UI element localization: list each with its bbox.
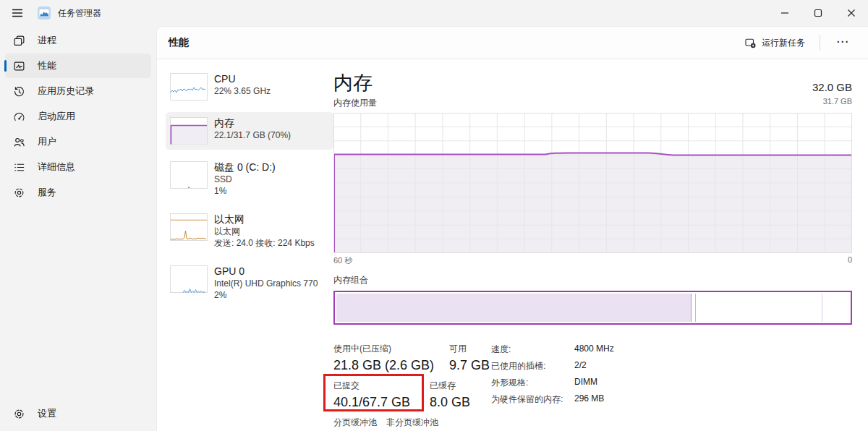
device-stat: 发送: 24.0 接收: 224 Kbps xyxy=(214,238,315,249)
performance-icon xyxy=(13,60,25,72)
detail-value: 4800 MHz xyxy=(574,343,614,356)
sidebar-item-label: 设置 xyxy=(38,407,56,420)
detail-value: DIMM xyxy=(574,377,597,389)
stat-label: 分页缓冲池 xyxy=(333,417,386,429)
memory-usage-chart-label: 内存使用量 xyxy=(333,97,377,109)
selected-accent-bar xyxy=(4,60,7,72)
sidebar-item-label: 性能 xyxy=(38,59,56,72)
memory-stats: 使用中(已压缩) 21.8 GB (2.6 GB) 可用 9.7 GB 已提交 … xyxy=(333,343,852,431)
gpu-sparkline-thumbnail xyxy=(170,265,208,293)
device-item-cpu[interactable]: CPU 22% 3.65 GHz xyxy=(166,68,333,106)
titlebar: 任务管理器 xyxy=(0,0,868,26)
stat-value: 21.8 GB (2.6 GB) xyxy=(333,358,449,373)
task-manager-app-icon xyxy=(38,7,51,20)
device-name: 以太网 xyxy=(214,213,315,226)
memory-sparkline-thumbnail xyxy=(170,117,208,145)
services-cog-icon xyxy=(13,187,25,199)
memory-title: 内存 xyxy=(333,72,373,95)
device-name: CPU xyxy=(214,73,271,85)
memory-total-capacity: 32.0 GB xyxy=(812,81,852,95)
stat-label: 非分页缓冲池 xyxy=(386,417,438,429)
memory-composition-bar xyxy=(333,291,852,325)
ethernet-sparkline-thumbnail xyxy=(170,213,208,241)
window-controls xyxy=(768,0,868,26)
maximize-button[interactable] xyxy=(801,0,835,25)
device-item-memory[interactable]: 内存 22.1/31.7 GB (70%) xyxy=(166,112,333,150)
sidebar-item-details[interactable]: 详细信息 xyxy=(5,155,151,179)
stat-nonpaged-pool: 非分页缓冲池 1.5 GB xyxy=(386,417,438,431)
settings-gear-icon xyxy=(13,408,25,420)
history-icon xyxy=(13,85,25,98)
detail-label: 外形规格: xyxy=(491,377,574,389)
sidebar-item-startup-apps[interactable]: 启动应用 xyxy=(5,104,151,129)
stat-label: 使用中(已压缩) xyxy=(333,343,449,355)
detail-value: 2/2 xyxy=(574,360,587,372)
performance-device-list: CPU 22% 3.65 GHz 内存 22.1/31.7 GB (70%) xyxy=(166,68,333,431)
sidebar-item-services[interactable]: 服务 xyxy=(5,180,151,205)
close-button[interactable] xyxy=(835,0,868,25)
stat-paged-pool: 分页缓冲池 1.9 GB xyxy=(333,417,386,431)
disk-sparkline-thumbnail xyxy=(170,161,208,189)
device-name: 磁盘 0 (C: D:) xyxy=(214,161,276,174)
more-options-button[interactable]: ⋯ xyxy=(827,33,858,54)
page-title: 性能 xyxy=(169,36,189,49)
processes-icon xyxy=(13,35,25,47)
sidebar-item-settings[interactable]: 设置 xyxy=(5,401,151,426)
memory-usage-chart xyxy=(333,113,852,253)
run-new-task-icon xyxy=(745,38,756,48)
sidebar-item-performance[interactable]: 性能 xyxy=(5,54,151,78)
detail-row-slots: 已使用的插槽: 2/2 xyxy=(491,360,614,372)
composition-in-use-segment xyxy=(336,294,692,322)
detail-row-hw-reserved: 为硬件保留的内存: 296 MB xyxy=(491,393,614,406)
chart-x-left-label: 60 秒 xyxy=(333,255,352,266)
header-divider xyxy=(820,35,820,51)
startup-gauge-icon xyxy=(13,111,25,123)
sidebar-item-label: 启动应用 xyxy=(38,110,75,123)
memory-composition-label: 内存组合 xyxy=(333,274,852,286)
stat-committed: 已提交 40.1/67.7 GB xyxy=(333,380,430,410)
device-name: 内存 xyxy=(214,117,291,129)
sidebar-item-app-history[interactable]: 应用历史记录 xyxy=(5,79,151,103)
detail-label: 已使用的插槽: xyxy=(491,360,574,372)
sidebar-item-users[interactable]: 用户 xyxy=(5,129,151,154)
detail-label: 速度: xyxy=(491,343,574,356)
stat-value: 40.1/67.7 GB xyxy=(333,395,430,410)
details-list-icon xyxy=(13,161,25,174)
detail-row-speed: 速度: 4800 MHz xyxy=(491,343,614,356)
device-name: GPU 0 xyxy=(214,265,318,278)
device-item-disk0[interactable]: 磁盘 0 (C: D:) SSD 1% xyxy=(166,156,333,202)
window-title: 任务管理器 xyxy=(58,7,101,20)
device-stat: Intel(R) UHD Graphics 770 xyxy=(214,278,318,289)
sidebar-item-label: 应用历史记录 xyxy=(38,85,94,98)
composition-divider-modified xyxy=(695,294,696,322)
device-stat: 以太网 xyxy=(214,226,315,237)
chart-y-max-label: 31.7 GB xyxy=(823,97,852,109)
stat-value: 8.0 GB xyxy=(430,395,470,410)
stat-in-use: 使用中(已压缩) 21.8 GB (2.6 GB) xyxy=(333,343,449,373)
device-stat: 2% xyxy=(214,290,318,301)
device-stat: 22% 3.65 GHz xyxy=(214,86,271,97)
device-item-ethernet[interactable]: 以太网 以太网 发送: 24.0 接收: 224 Kbps xyxy=(166,208,333,254)
hamburger-menu-icon[interactable] xyxy=(4,1,30,25)
sidebar-item-label: 服务 xyxy=(38,186,56,199)
detail-row-form-factor: 外形规格: DIMM xyxy=(491,377,614,389)
content-header: 性能 运行新任务 ⋯ xyxy=(157,27,868,59)
sidebar-item-processes[interactable]: 进程 xyxy=(5,28,151,53)
detail-label: 为硬件保留的内存: xyxy=(491,393,574,406)
hardware-details: 速度: 4800 MHz 已使用的插槽: 2/2 外形规格: DIMM 为硬件保… xyxy=(491,343,614,410)
device-item-gpu0[interactable]: GPU 0 Intel(R) UHD Graphics 770 2% xyxy=(166,260,333,306)
cpu-sparkline-thumbnail xyxy=(170,73,208,101)
chart-x-right-label: 0 xyxy=(848,255,852,266)
device-stat: SSD xyxy=(214,174,276,185)
stat-label: 可用 xyxy=(449,343,490,355)
memory-detail-panel: 内存 32.0 GB 内存使用量 31.7 GB 60 秒 xyxy=(333,68,852,431)
run-new-task-button[interactable]: 运行新任务 xyxy=(738,33,812,54)
sidebar-item-label: 进程 xyxy=(38,34,56,47)
device-stat: 1% xyxy=(214,186,276,197)
stat-value: 9.7 GB xyxy=(449,358,490,373)
stat-label: 已缓存 xyxy=(430,380,470,392)
stat-label: 已提交 xyxy=(333,380,430,392)
minimize-button[interactable] xyxy=(768,0,801,25)
device-stat: 22.1/31.7 GB (70%) xyxy=(214,130,291,141)
detail-value: 296 MB xyxy=(574,393,604,406)
